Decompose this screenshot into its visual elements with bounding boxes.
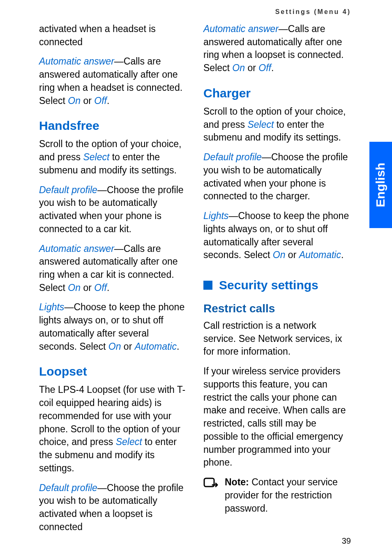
option-automatic: Automatic [135, 341, 177, 352]
option-off: Off [94, 95, 107, 106]
body-text: activated when a headset is connected [39, 23, 187, 48]
body-text: Automatic answer—Calls are answered auto… [39, 242, 187, 295]
term-default-profile: Default profile [39, 482, 97, 493]
main-content: activated when a headset is connected Au… [39, 23, 351, 540]
action-select: Select [247, 119, 274, 130]
body-text: The LPS-4 Loopset (for use with T-coil e… [39, 383, 187, 475]
option-on: On [273, 249, 286, 260]
body-text: Scroll to the option of your choice, and… [203, 105, 351, 144]
term-default-profile: Default profile [39, 185, 97, 195]
page-number: 39 [342, 536, 351, 546]
body-text: Scroll to the option of your choice, and… [39, 138, 187, 177]
option-on: On [68, 282, 81, 293]
option-on: On [108, 341, 121, 352]
term-automatic-answer: Automatic answer [39, 243, 114, 254]
body-text: Lights—Choose to keep the phone lights a… [39, 301, 187, 353]
body-text: Automatic answer—Calls are answered auto… [203, 23, 351, 75]
body-text: Default profile—Choose the profile you w… [39, 184, 187, 236]
heading-security-settings: Security settings [203, 278, 351, 292]
body-text: Call restriction is a network service. S… [203, 319, 351, 358]
note-icon [203, 478, 219, 491]
left-column: activated when a headset is connected Au… [39, 23, 187, 540]
term-automatic-answer: Automatic answer [39, 56, 114, 67]
term-default-profile: Default profile [203, 152, 262, 162]
option-off: Off [258, 62, 271, 73]
language-tab-label: English [374, 163, 388, 207]
page-header: Settings (Menu 4) [275, 8, 351, 16]
term-lights: Lights [39, 302, 64, 312]
note-block: Note: Contact your service provider for … [203, 476, 351, 515]
heading-charger: Charger [203, 86, 351, 100]
note-text: Note: Contact your service provider for … [225, 476, 351, 515]
term-lights: Lights [203, 210, 228, 221]
heading-handsfree: Handsfree [39, 119, 187, 133]
action-select: Select [83, 152, 109, 162]
action-select: Select [116, 436, 142, 447]
right-column: Automatic answer—Calls are answered auto… [203, 23, 351, 540]
square-bullet-icon [203, 281, 212, 290]
body-text: Lights—Choose to keep the phone lights a… [203, 210, 351, 262]
heading-loopset: Loopset [39, 365, 187, 378]
body-text: Default profile—Choose the profile you w… [203, 151, 351, 203]
body-text: If your wireless service providers suppo… [203, 365, 351, 469]
term-automatic-answer: Automatic answer [203, 23, 279, 34]
option-automatic: Automatic [299, 249, 341, 260]
language-tab: English [369, 142, 392, 228]
option-on: On [68, 95, 81, 106]
body-text: Default profile—Choose the profile you w… [39, 482, 187, 534]
heading-restrict-calls: Restrict calls [203, 302, 351, 315]
option-off: Off [94, 282, 107, 293]
option-on: On [232, 62, 245, 73]
body-text: Automatic answer—Calls are answered auto… [39, 55, 187, 107]
